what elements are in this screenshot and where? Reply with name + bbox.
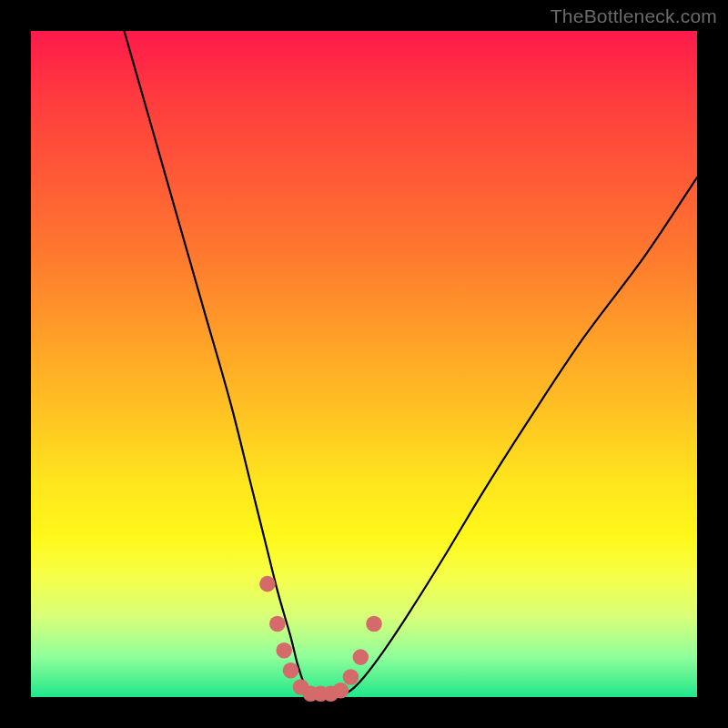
curve-marker [269, 616, 286, 632]
chart-frame: TheBottleneck.com [0, 0, 728, 728]
curve-marker [276, 642, 292, 659]
chart-plot-area [31, 31, 697, 697]
curve-marker [366, 616, 382, 632]
watermark-text: TheBottleneck.com [551, 5, 717, 27]
curve-marker [343, 669, 359, 685]
curve-marker [353, 649, 369, 665]
curve-marker [283, 662, 299, 679]
curve-marker [333, 682, 349, 699]
bottleneck-curve [125, 31, 698, 698]
curve-marker [259, 576, 276, 592]
chart-svg [31, 31, 697, 697]
